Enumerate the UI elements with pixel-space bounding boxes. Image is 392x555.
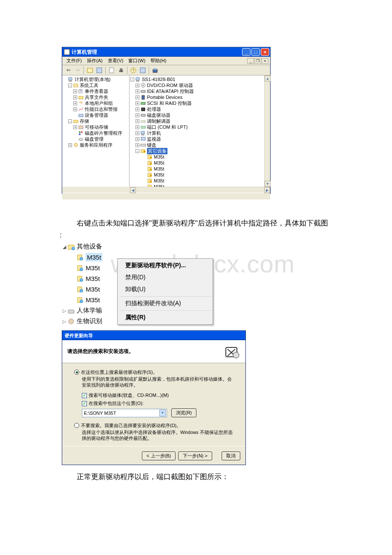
show-hide-tree-button[interactable] [95,66,104,75]
tree-node[interactable]: -系统工具 [63,82,128,88]
tree-node[interactable]: ?M35t [130,178,264,184]
tree-node[interactable]: +性能日志和警报 [63,106,128,112]
expand-icon[interactable]: + [135,107,139,111]
tree-node[interactable]: +本地用户和组 [63,100,128,106]
tree-node[interactable]: 磁盘管理 [63,136,128,142]
expand-icon[interactable]: + [135,101,139,105]
expand-icon[interactable]: + [73,107,77,111]
tree-node[interactable]: ?M35t [130,172,264,178]
tree-node[interactable]: 设备管理器 [63,112,128,118]
tree-node-unknown[interactable]: ?M35t [62,284,117,295]
expand-icon[interactable]: + [73,90,77,93]
expand-icon[interactable]: + [135,143,139,147]
expand-icon[interactable]: ▷ [62,319,66,324]
tree-node[interactable]: +计算机 [130,130,264,136]
collapse-icon[interactable]: ◢ [62,244,66,249]
tree-node[interactable]: +Portable Devices [130,94,264,100]
menu-help[interactable]: 帮助(H) [148,57,169,65]
tree-node-unknown[interactable]: ?M35t [62,252,117,263]
tree-node[interactable]: +处理器 [130,106,264,112]
tree-node-unknown[interactable]: ?M35t [62,295,117,305]
tree-node-other-devices[interactable]: ◢ ? 其他设备 [62,241,117,252]
expand-icon[interactable]: + [135,84,139,87]
checkbox-icon[interactable]: ✓ [82,393,87,398]
tree-node[interactable]: -SS1-41828-B01 [130,76,264,82]
tree-node[interactable]: +服务和应用程序 [63,142,128,148]
location-combobox[interactable]: E:\SONY M35T ▼ [82,409,167,417]
checkbox-include-location[interactable]: ✓ 在搜索中包括这个位置(O): [82,400,233,407]
collapse-icon[interactable]: - [68,84,72,87]
menu-disable[interactable]: 禁用(D) [118,272,212,283]
tree-node[interactable]: +监视器 [130,136,264,142]
menu-file[interactable]: 文件(F) [64,57,84,65]
expand-icon[interactable]: + [73,95,77,99]
tree-node[interactable]: +DVD/CD-ROM 驱动器 [130,82,264,88]
collapse-icon[interactable]: - [68,119,72,123]
mdi-minimize-button[interactable]: _ [247,58,254,64]
up-button[interactable] [86,66,94,75]
menu-uninstall[interactable]: 卸载(U) [118,283,212,295]
menu-window[interactable]: 窗口(W) [126,57,148,65]
tree-node[interactable]: ?M35t [130,154,264,160]
tree-node[interactable]: +端口 (COM 和 LPT) [130,124,264,130]
back-button[interactable]: ⇦ [64,66,72,75]
back-button[interactable]: < 上一步(B) [142,451,176,460]
forward-button[interactable]: ⇨ [73,66,82,75]
tree-node[interactable]: ?M35t [130,166,264,172]
scroll-right-button[interactable]: ▶ [264,187,270,193]
collapse-icon[interactable]: - [135,149,139,153]
expand-icon[interactable]: + [73,125,77,129]
radio-icon[interactable] [74,370,79,375]
cancel-button[interactable]: 取消 [222,451,240,460]
tree-node[interactable]: +共享文件夹 [63,94,128,100]
expand-icon[interactable]: + [135,137,139,141]
radio-dont-search[interactable]: 不要搜索。我要自己选择要安装的驱动程序(D)。 [74,422,233,429]
tree-node[interactable]: +磁盘驱动器 [130,112,264,118]
menu-update-driver[interactable]: 更新驱动程序软件(P)... [118,260,212,272]
menu-view[interactable]: 查看(V) [105,57,126,65]
horizontal-scrollbar[interactable]: ◀ ▶ [130,187,270,193]
tree-node-hid[interactable]: ▷人体学输 [62,305,117,316]
refresh-button[interactable] [138,66,147,75]
expand-icon[interactable]: + [73,101,77,105]
tree-node[interactable]: +事件查看器 [63,88,128,94]
expand-icon[interactable]: + [68,143,72,147]
checkbox-icon[interactable]: ✓ [82,401,87,406]
expand-icon[interactable]: ▷ [62,308,66,313]
scroll-up-button[interactable]: ▲ [265,75,271,81]
tree-node[interactable]: -存储 [63,118,128,124]
scroll-left-button[interactable]: ◀ [130,187,136,193]
tree-node[interactable]: 计算机管理(本地) [63,76,128,82]
close-button[interactable]: × [261,48,269,56]
combobox-dropdown-icon[interactable]: ▼ [159,410,166,416]
vertical-scrollbar[interactable]: ▲ ▼ [264,75,270,187]
tree-node-biometric[interactable]: ▷生物识别 [62,316,117,327]
menu-properties[interactable]: 属性(R) [118,312,212,324]
tree-node[interactable]: ?M35t [130,184,264,187]
tree-node[interactable]: +调制解调器 [130,118,264,124]
tree-node[interactable]: ?M35t [130,160,264,166]
tree-node[interactable]: +IDE ATA/ATAPI 控制器 [130,88,264,94]
left-tree[interactable]: 计算机管理(本地)-系统工具+事件查看器+共享文件夹+本地用户和组+性能日志和警… [62,75,130,187]
menu-scan-hardware[interactable]: 扫描检测硬件改动(A) [118,298,212,309]
checkbox-removable-media[interactable]: ✓ 搜索可移动媒体(软盘、CD-ROM...)(M) [82,392,233,399]
tree-node-unknown[interactable]: ?M35t [62,273,117,284]
tree-node[interactable]: +键盘 [130,142,264,148]
tree-node[interactable]: 磁盘碎片整理程序 [63,130,128,136]
mdi-restore-button[interactable]: ❐ [254,58,261,64]
expand-icon[interactable]: + [135,113,139,117]
device-tree[interactable]: -SS1-41828-B01+DVD/CD-ROM 驱动器+IDE ATA/AT… [130,76,264,187]
tree-node[interactable]: -?其它设备 [130,148,264,154]
minimize-button[interactable]: _ [242,48,251,56]
properties-button[interactable] [107,66,116,75]
help-button[interactable]: ? [129,66,138,75]
radio-search-locations[interactable]: 在这些位置上搜索最佳驱动程序(S)。 [74,369,233,376]
expand-icon[interactable]: + [135,119,139,123]
scroll-down-button[interactable]: ▼ [265,181,271,187]
maximize-button[interactable]: □ [251,48,260,56]
tree-node-unknown[interactable]: ?M35t [62,263,117,273]
tree-node[interactable]: +可移动存储 [63,124,128,130]
expand-icon[interactable]: + [135,90,139,93]
expand-icon[interactable]: + [135,125,139,129]
collapse-icon[interactable]: - [130,78,134,81]
